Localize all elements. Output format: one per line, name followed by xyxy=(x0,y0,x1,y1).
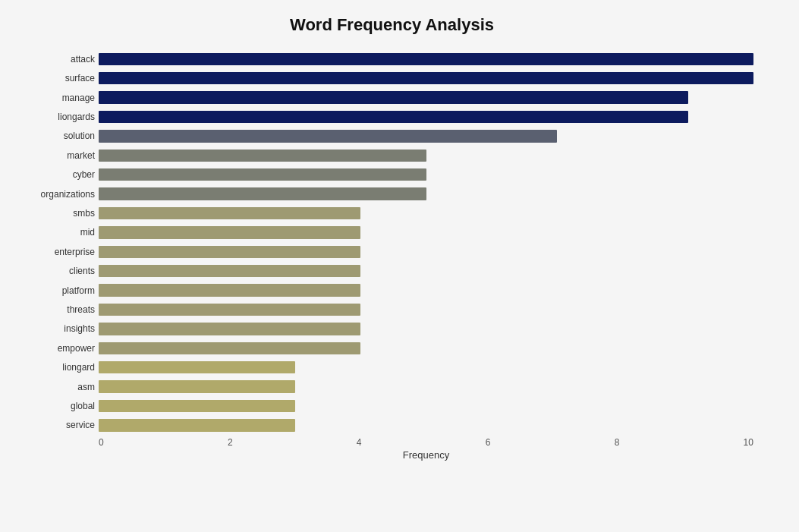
x-tick: 10 xyxy=(744,437,753,448)
bar-row: manage xyxy=(99,89,753,106)
bars-section: attacksurfacemanageliongardssolutionmark… xyxy=(15,50,769,434)
bar xyxy=(99,380,295,392)
bar-label: service xyxy=(15,420,95,430)
bar-label: threats xyxy=(15,304,95,315)
bar xyxy=(99,226,360,238)
bar-row: platform xyxy=(99,282,753,299)
bar-label: market xyxy=(15,150,95,161)
bar-label: enterprise xyxy=(15,247,95,257)
bar xyxy=(99,265,360,277)
bar-label: platform xyxy=(15,285,95,296)
bar-label: cyber xyxy=(15,169,95,180)
bar-row: global xyxy=(99,397,753,414)
bar xyxy=(99,72,753,84)
bar xyxy=(99,187,426,200)
bar-label: global xyxy=(15,401,95,411)
bar xyxy=(99,91,688,103)
bar-row: surface xyxy=(99,69,753,87)
chart-title: Word Frequency Analysis xyxy=(15,15,769,35)
bar-row: attack xyxy=(99,50,753,68)
x-tick: 4 xyxy=(357,437,362,448)
bar xyxy=(99,207,360,219)
bar-row: market xyxy=(99,146,753,164)
bar-label: asm xyxy=(15,382,95,392)
bar xyxy=(99,284,360,296)
chart-container: Word Frequency Analysis attacksurfaceman… xyxy=(0,0,799,532)
bar-row: smbs xyxy=(99,204,753,222)
bar xyxy=(99,323,360,335)
bar-label: attack xyxy=(15,54,95,65)
bar-row: solution xyxy=(99,127,753,145)
x-tick: 6 xyxy=(486,437,491,448)
bar xyxy=(99,150,426,162)
bar xyxy=(99,130,557,142)
bar-row: cyber xyxy=(99,165,753,183)
bar xyxy=(99,168,426,181)
bar-label: clients xyxy=(15,266,95,276)
bar-row: threats xyxy=(99,301,753,318)
bar-row: mid xyxy=(99,224,753,241)
bar-label: manage xyxy=(15,93,95,103)
bar-label: smbs xyxy=(15,208,95,219)
bar-label: liongards xyxy=(15,112,95,122)
bar-label: organizations xyxy=(15,189,95,200)
bar-label: mid xyxy=(15,227,95,238)
bar xyxy=(99,246,360,258)
bar xyxy=(99,361,295,373)
bar xyxy=(99,111,688,123)
x-tick: 8 xyxy=(615,437,620,448)
bar xyxy=(99,342,360,354)
bar-row: empower xyxy=(99,339,753,357)
bar-label: liongard xyxy=(15,362,95,373)
bar-row: enterprise xyxy=(99,243,753,260)
bar-row: liongards xyxy=(99,108,753,125)
bar-row: asm xyxy=(99,378,753,395)
bar-label: solution xyxy=(15,131,95,141)
bar-label: empower xyxy=(15,343,95,354)
bar-row: insights xyxy=(99,320,753,338)
bar xyxy=(99,53,753,65)
bar xyxy=(99,419,295,431)
chart-area: attacksurfacemanageliongardssolutionmark… xyxy=(15,50,769,461)
bar xyxy=(99,304,360,316)
bar-label: insights xyxy=(15,323,95,334)
bar-row: clients xyxy=(99,262,753,279)
x-axis: 0246810 xyxy=(15,437,769,448)
bar-row: organizations xyxy=(99,185,753,203)
x-axis-label: Frequency xyxy=(15,449,769,461)
bar-row: liongard xyxy=(99,359,753,376)
x-tick: 0 xyxy=(99,437,104,448)
bar-row: service xyxy=(99,417,753,434)
x-tick: 2 xyxy=(228,437,233,448)
bar-label: surface xyxy=(15,73,95,83)
bar xyxy=(99,400,295,412)
